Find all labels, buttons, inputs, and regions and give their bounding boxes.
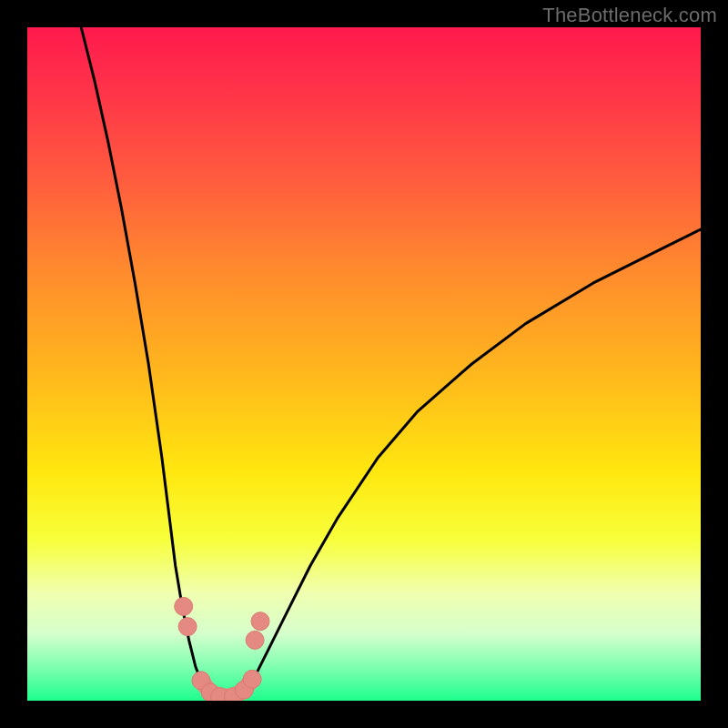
curve-path — [81, 27, 216, 697]
curve-path — [243, 229, 701, 697]
marker-dot — [243, 670, 261, 688]
chart-svg — [27, 27, 701, 701]
marker-dot — [178, 618, 197, 636]
chart-frame: TheBottleneck.com — [0, 0, 728, 728]
watermark-text: TheBottleneck.com — [542, 4, 717, 27]
marker-dot — [175, 597, 193, 615]
marker-dot — [251, 612, 269, 631]
marker-group — [175, 597, 269, 701]
plot-area — [27, 27, 701, 701]
marker-dot — [246, 631, 264, 649]
